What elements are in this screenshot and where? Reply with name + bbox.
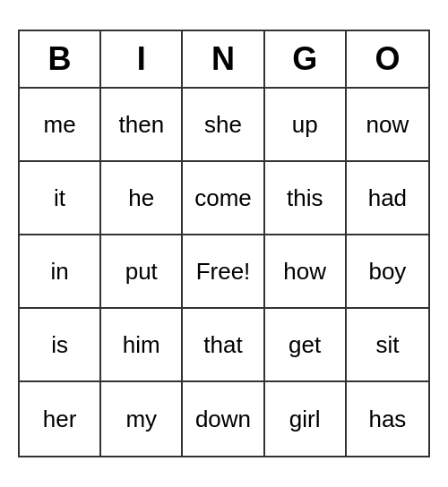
header-o: O xyxy=(347,31,428,87)
header-g: G xyxy=(265,31,347,87)
bingo-cell-12[interactable]: Free! xyxy=(183,235,264,309)
header-n: N xyxy=(183,31,264,87)
bingo-cell-23[interactable]: girl xyxy=(265,382,347,456)
bingo-cell-22[interactable]: down xyxy=(183,382,264,456)
bingo-cell-4[interactable]: now xyxy=(347,89,428,162)
bingo-cell-15[interactable]: is xyxy=(20,309,101,382)
bingo-cell-16[interactable]: him xyxy=(101,309,183,382)
bingo-cell-18[interactable]: get xyxy=(265,309,347,382)
bingo-cell-10[interactable]: in xyxy=(20,235,101,309)
header-b: B xyxy=(20,31,101,87)
bingo-cell-5[interactable]: it xyxy=(20,162,101,235)
bingo-cell-13[interactable]: how xyxy=(265,235,347,309)
bingo-cell-11[interactable]: put xyxy=(101,235,183,309)
bingo-cell-2[interactable]: she xyxy=(183,89,264,162)
bingo-card: B I N G O methensheupnowithecomethishadi… xyxy=(18,30,430,457)
bingo-header: B I N G O xyxy=(20,31,428,89)
bingo-cell-24[interactable]: has xyxy=(347,382,428,456)
bingo-grid: methensheupnowithecomethishadinputFree!h… xyxy=(20,89,428,456)
bingo-cell-1[interactable]: then xyxy=(101,89,183,162)
bingo-cell-8[interactable]: this xyxy=(265,162,347,235)
bingo-cell-3[interactable]: up xyxy=(265,89,347,162)
bingo-cell-19[interactable]: sit xyxy=(347,309,428,382)
header-i: I xyxy=(101,31,183,87)
bingo-cell-20[interactable]: her xyxy=(20,382,101,456)
bingo-cell-21[interactable]: my xyxy=(101,382,183,456)
bingo-cell-7[interactable]: come xyxy=(183,162,264,235)
bingo-cell-14[interactable]: boy xyxy=(347,235,428,309)
bingo-cell-9[interactable]: had xyxy=(347,162,428,235)
bingo-cell-6[interactable]: he xyxy=(101,162,183,235)
bingo-cell-0[interactable]: me xyxy=(20,89,101,162)
bingo-cell-17[interactable]: that xyxy=(183,309,264,382)
